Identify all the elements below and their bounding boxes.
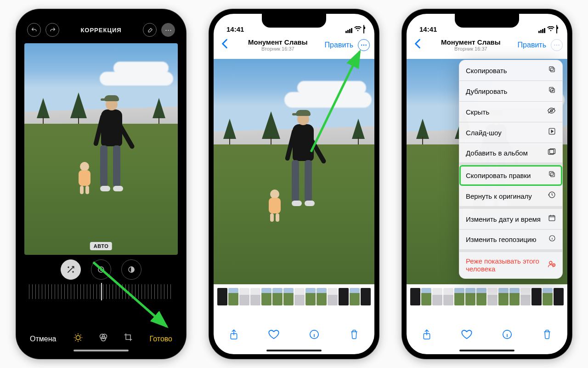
info-icon[interactable] xyxy=(500,329,514,342)
svg-point-25 xyxy=(549,261,552,264)
trash-icon[interactable] xyxy=(540,329,554,342)
wifi-icon xyxy=(354,25,362,33)
hide-icon xyxy=(547,107,556,117)
done-button[interactable]: Готово xyxy=(150,335,172,343)
menu-copy-edits[interactable]: Скопировать правки xyxy=(459,165,562,186)
filters-tab-icon[interactable] xyxy=(99,333,108,345)
menu-feature-less[interactable]: Реже показывать этого человека xyxy=(459,252,562,278)
status-time: 14:41 xyxy=(226,25,244,33)
back-button[interactable] xyxy=(411,39,424,52)
battery-icon xyxy=(556,25,557,33)
phone-context-menu-screen: 14:41 Монумент Славы Вторник 16:37 Прави… xyxy=(402,9,572,359)
auto-enhance-tool[interactable] xyxy=(61,259,81,280)
svg-rect-12 xyxy=(551,68,555,72)
svg-rect-20 xyxy=(549,172,554,176)
more-button[interactable]: ⋯ xyxy=(551,39,563,51)
more-button[interactable]: ⋯ xyxy=(358,39,370,51)
photo-datetime: Вторник 16:37 xyxy=(248,46,308,52)
status-time: 14:41 xyxy=(419,25,437,33)
nav-bar: Монумент Славы Вторник 16:37 Править ⋯ xyxy=(214,34,374,56)
cancel-button[interactable]: Отмена xyxy=(30,335,56,343)
adjustment-tools-row xyxy=(21,259,181,280)
svg-rect-23 xyxy=(549,216,555,221)
copy-edits-icon xyxy=(548,170,556,180)
favorite-icon[interactable] xyxy=(460,329,474,342)
info-icon[interactable] xyxy=(307,329,321,342)
person-minus-icon xyxy=(548,260,556,270)
nav-title: Монумент Славы Вторник 16:37 xyxy=(441,38,501,52)
phone-edit-screen: КОРРЕКЦИЯ ⋯ xyxy=(16,9,186,359)
context-menu: Скопировать Дублировать Скрыть Слайд-шоу xyxy=(459,60,563,279)
redo-icon[interactable] xyxy=(45,23,59,37)
undo-icon[interactable] xyxy=(27,23,41,37)
photo-location: Монумент Славы xyxy=(248,38,308,46)
menu-add-to-album[interactable]: Добавить в альбом xyxy=(459,143,562,165)
location-icon xyxy=(548,235,556,244)
bottom-toolbar xyxy=(214,326,374,346)
edit-button[interactable]: Править xyxy=(518,41,546,49)
svg-rect-13 xyxy=(549,67,554,71)
menu-adjust-date[interactable]: Изменить дату и время xyxy=(459,209,562,230)
svg-point-1 xyxy=(73,271,74,272)
crop-tab-icon[interactable] xyxy=(124,333,133,345)
menu-copy[interactable]: Скопировать xyxy=(459,60,562,81)
favorite-icon[interactable] xyxy=(267,329,281,342)
menu-hide[interactable]: Скрыть xyxy=(459,102,562,122)
nav-title: Монумент Славы Вторник 16:37 xyxy=(248,38,308,52)
exposure-tool[interactable] xyxy=(91,259,111,280)
copy-icon xyxy=(548,65,556,75)
photo-view[interactable] xyxy=(214,59,374,284)
svg-point-4 xyxy=(76,335,80,339)
thumbnail-scrubber[interactable] xyxy=(217,288,371,305)
svg-point-0 xyxy=(68,267,69,268)
cellular-icon xyxy=(345,28,352,33)
share-icon[interactable] xyxy=(420,329,434,343)
brilliance-tool[interactable] xyxy=(121,259,141,280)
adjustment-slider[interactable] xyxy=(29,284,173,299)
edit-button[interactable]: Править xyxy=(325,41,353,49)
album-icon xyxy=(548,148,556,157)
adjust-tab-icon[interactable] xyxy=(73,333,83,345)
edit-bottombar: Отмена Готово xyxy=(21,333,181,345)
wifi-icon xyxy=(547,25,554,33)
more-icon[interactable]: ⋯ xyxy=(161,23,175,37)
revert-icon xyxy=(548,191,556,201)
play-icon xyxy=(548,127,556,138)
back-button[interactable] xyxy=(218,39,231,52)
photo-datetime: Вторник 16:37 xyxy=(441,46,501,52)
nav-bar: Монумент Славы Вторник 16:37 Править ⋯ xyxy=(407,34,567,56)
notch xyxy=(262,14,326,28)
notch xyxy=(69,14,133,28)
photo-location: Монумент Славы xyxy=(441,38,501,46)
trash-icon[interactable] xyxy=(347,329,361,342)
svg-point-2 xyxy=(98,267,104,272)
menu-revert[interactable]: Вернуть к оригиналу xyxy=(459,186,562,209)
svg-rect-21 xyxy=(551,173,555,177)
duplicate-icon xyxy=(548,86,556,96)
bottom-toolbar xyxy=(407,326,567,346)
phone-detail-screen: 14:41 Монумент Славы Вторник 16:37 Прави… xyxy=(209,9,379,359)
share-icon[interactable] xyxy=(227,329,241,343)
thumbnail-scrubber[interactable] xyxy=(410,288,564,305)
auto-badge: АВТО xyxy=(90,242,112,250)
cellular-icon xyxy=(538,28,545,33)
battery-icon xyxy=(363,25,364,33)
menu-slideshow[interactable]: Слайд-шоу xyxy=(459,122,562,143)
calendar-icon xyxy=(548,214,556,224)
markup-icon[interactable] xyxy=(143,23,157,37)
notch xyxy=(455,14,519,28)
photo-preview[interactable]: АВТО xyxy=(24,43,178,255)
menu-duplicate[interactable]: Дублировать xyxy=(459,81,562,102)
menu-adjust-location[interactable]: Изменить геопозицию xyxy=(459,230,562,252)
